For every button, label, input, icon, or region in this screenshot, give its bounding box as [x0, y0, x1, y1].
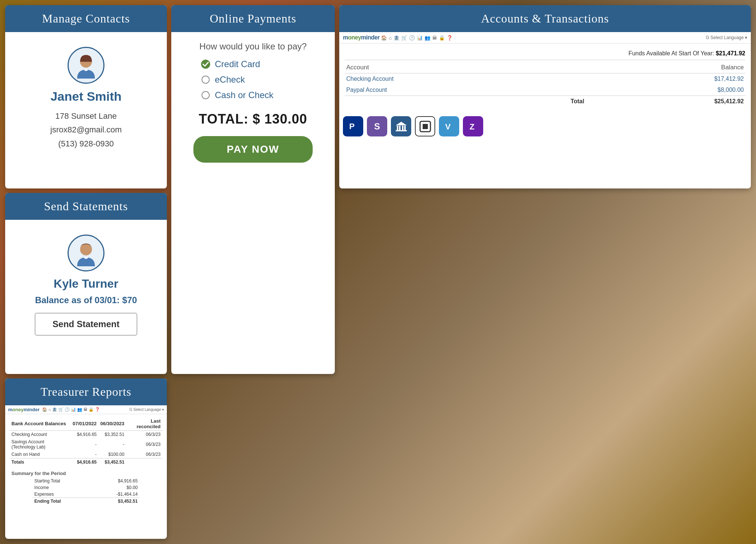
- echeck-radio-icon: [201, 75, 210, 84]
- tr-icon-8[interactable]: 🏛: [83, 407, 87, 412]
- account-col-header: Account: [345, 62, 588, 73]
- bank-logo[interactable]: [391, 116, 411, 136]
- svg-rect-5: [399, 126, 401, 130]
- summary-label: Summary for the Period: [10, 471, 162, 476]
- kyle-balance: Balance as of 03/01: $70: [13, 295, 159, 305]
- cash-label: Cash or Check: [215, 90, 274, 100]
- manage-contacts-card: Manage Contacts Janet Smith 178 Sunset L…: [5, 5, 167, 188]
- svg-rect-10: [423, 124, 428, 129]
- pay-options-list: Credit Card eCheck Cash or Check: [179, 59, 327, 100]
- mm-nav-icons: 🏠 ⌂ 🏦 🛒 🕐 📊 👥 🏛 🔒 ❓: [381, 35, 453, 41]
- bank-col-date2: 06/30/2023: [99, 417, 126, 431]
- tr-google-translate[interactable]: G Select Language ▾: [130, 408, 164, 412]
- credit-card-label: Credit Card: [215, 59, 260, 69]
- credit-card-check-icon: [201, 59, 210, 69]
- mm-icon-cart[interactable]: 🛒: [401, 35, 407, 41]
- mm-icon-home[interactable]: ⌂: [389, 35, 392, 41]
- bank-row-savings: Savings Account (Technology Lab) - - 06/…: [10, 438, 162, 451]
- accounts-header: Accounts & Transactions: [339, 5, 751, 32]
- svg-rect-8: [396, 130, 407, 131]
- bank-col-reconciled: Last reconciled: [126, 417, 162, 431]
- pay-option-echeck[interactable]: eCheck: [201, 75, 327, 85]
- mm-icon-house[interactable]: 🏠: [381, 35, 387, 41]
- mm-icon-bank[interactable]: 🏦: [394, 35, 399, 41]
- svg-rect-4: [397, 126, 398, 130]
- tr-icon-9[interactable]: 🔒: [89, 407, 94, 412]
- treasurer-reports-card: Treasurer Reports moneyminder 🏠 ⌂ 🏦 🛒 🕐 …: [5, 378, 167, 539]
- pay-option-cash[interactable]: Cash or Check: [201, 90, 327, 100]
- mm-icon-lock[interactable]: 🔒: [439, 35, 445, 41]
- svg-marker-3: [396, 122, 407, 125]
- accounts-table-wrapper: Funds Available At Start Of Year: $21,47…: [339, 44, 751, 111]
- svg-rect-6: [402, 126, 403, 130]
- checking-account-balance: $17,412.92: [588, 73, 745, 85]
- pay-now-button[interactable]: PAY NOW: [193, 136, 312, 163]
- bank-balances-table: Bank Account Balances 07/01/2022 06/30/2…: [10, 417, 162, 466]
- bank-totals-row: Totals $4,916.65 $3,452.51: [10, 458, 162, 466]
- paypal-account-balance: $8,000.00: [588, 84, 745, 96]
- square-pay-logo[interactable]: [415, 116, 435, 136]
- account-row-checking: Checking Account $17,412.92: [345, 73, 745, 85]
- tr-icon-5[interactable]: 🕐: [65, 407, 70, 412]
- contact-name: Janet Smith: [13, 89, 159, 104]
- mm-icon-people[interactable]: 👥: [425, 35, 430, 41]
- tr-icon-1[interactable]: 🏠: [42, 407, 47, 412]
- online-payments-card: Online Payments How would you like to pa…: [171, 5, 335, 374]
- kyle-name: Kyle Turner: [13, 277, 159, 291]
- svg-text:V: V: [445, 122, 451, 131]
- treasurer-reports-header: Treasurer Reports: [5, 378, 167, 405]
- summary-row-income: Income $0.00: [32, 484, 140, 491]
- moneyminder-navbar: moneyminder 🏠 ⌂ 🏦 🛒 🕐 📊 👥 🏛 🔒 ❓ G Select…: [339, 32, 751, 44]
- manage-contacts-header: Manage Contacts: [5, 5, 167, 32]
- contact-avatar: [68, 47, 104, 84]
- tr-icon-6[interactable]: 📊: [71, 407, 76, 412]
- bank-row-cash: Cash on Hand - $100.00 06/3/23: [10, 451, 162, 458]
- mm-icon-building[interactable]: 🏛: [432, 35, 437, 41]
- account-row-paypal: Paypal Account $8,000.00: [345, 84, 745, 96]
- summary-table: Starting Total $4,916.65 Income $0.00 Ex…: [32, 478, 140, 505]
- mm-icon-clock[interactable]: 🕐: [409, 35, 415, 41]
- contact-address: 178 Sunset Lane jsrox82@gmail.com (513) …: [13, 109, 159, 150]
- svg-text:P: P: [349, 122, 355, 131]
- svg-point-13: [80, 244, 92, 256]
- summary-row-expenses: Expenses -$1,464.14: [32, 491, 140, 498]
- mm-logo-treasurer: moneyminder: [8, 407, 39, 412]
- payment-logos-row: P S: [339, 111, 751, 142]
- svg-text:Z: Z: [470, 122, 474, 131]
- balance-col-header: Balance: [588, 62, 745, 73]
- bank-row-checking: Checking Account $4,916.65 $3,352.51 06/…: [10, 430, 162, 438]
- square-logo[interactable]: S: [367, 116, 387, 136]
- echeck-label: eCheck: [215, 75, 245, 85]
- paypal-account-name: Paypal Account: [345, 84, 588, 96]
- total-label: Total: [345, 96, 588, 107]
- payment-total: TOTAL: $ 130.00: [179, 111, 327, 127]
- zelle-logo[interactable]: Z: [463, 116, 483, 136]
- pay-option-credit-card[interactable]: Credit Card: [201, 59, 327, 69]
- venmo-logo[interactable]: V: [439, 116, 459, 136]
- accounts-total-row: Total $25,412.92: [345, 96, 745, 107]
- mm-bar-treasurer: moneyminder 🏠 ⌂ 🏦 🛒 🕐 📊 👥 🏛 🔒 ❓ G Select…: [5, 405, 167, 414]
- send-statements-card: Send Statements Kyle Turner Balance as o…: [5, 193, 167, 374]
- mm-icon-chart[interactable]: 📊: [417, 35, 423, 41]
- send-statements-header: Send Statements: [5, 193, 167, 220]
- cash-radio-icon: [201, 90, 210, 100]
- total-value: $25,412.92: [588, 96, 745, 107]
- paypal-logo[interactable]: P: [343, 116, 363, 136]
- tr-icon-4[interactable]: 🛒: [58, 407, 63, 412]
- mm-icon-help[interactable]: ❓: [447, 35, 453, 41]
- moneyminder-logo: moneyminder: [343, 34, 379, 41]
- svg-rect-7: [404, 126, 406, 130]
- online-payments-header: Online Payments: [171, 5, 335, 32]
- tr-icon-10[interactable]: ❓: [95, 407, 100, 412]
- pay-question: How would you like to pay?: [179, 41, 327, 52]
- tr-icon-7[interactable]: 👥: [77, 407, 82, 412]
- accounts-transactions-card: Accounts & Transactions moneyminder 🏠 ⌂ …: [339, 5, 751, 188]
- tr-icon-3[interactable]: 🏦: [52, 407, 57, 412]
- tr-icon-2[interactable]: ⌂: [48, 407, 51, 412]
- checking-account-name: Checking Account: [345, 73, 588, 85]
- funds-available: Funds Available At Start Of Year: $21,47…: [345, 47, 745, 60]
- send-statement-button[interactable]: Send Statement: [35, 313, 138, 336]
- summary-row-starting: Starting Total $4,916.65: [32, 478, 140, 484]
- summary-row-ending: Ending Total $3,452.51: [32, 498, 140, 505]
- google-translate[interactable]: G Select Language ▾: [706, 35, 747, 40]
